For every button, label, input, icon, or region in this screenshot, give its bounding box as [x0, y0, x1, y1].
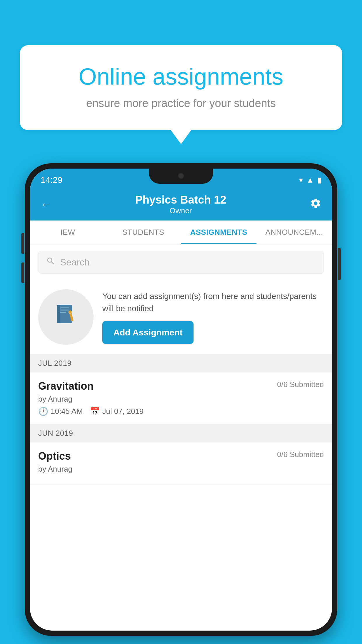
status-time: 14:29	[41, 175, 62, 185]
speech-bubble-subtitle: ensure more practice for your students	[43, 97, 319, 110]
speech-bubble-title: Online assignments	[43, 63, 319, 91]
assignment-time: 🕐 10:45 AM	[38, 407, 83, 416]
search-icon	[46, 256, 55, 268]
wifi-icon: ▾	[299, 176, 303, 185]
add-assignment-button[interactable]: Add Assignment	[102, 321, 194, 344]
speech-bubble: Online assignments ensure more practice …	[20, 45, 342, 130]
promo-icon-circle	[38, 289, 94, 345]
status-icons: ▾ ▲ ▮	[299, 176, 321, 185]
camera-dot	[178, 173, 184, 179]
search-placeholder: Search	[60, 257, 89, 268]
battery-icon: ▮	[317, 176, 321, 185]
svg-point-7	[69, 311, 71, 313]
power-button	[338, 248, 341, 280]
assignment-meta: 🕐 10:45 AM 📅 Jul 07, 2019	[38, 407, 324, 416]
tab-iew[interactable]: IEW	[30, 220, 106, 244]
signal-icon: ▲	[306, 176, 314, 185]
assignment-date: 📅 Jul 07, 2019	[90, 407, 144, 416]
volume-down-button	[21, 262, 24, 283]
assignment-item-optics[interactable]: Optics 0/6 Submitted by Anurag	[30, 442, 332, 484]
screen-content: Search	[30, 244, 332, 631]
assignment-submitted: 0/6 Submitted	[277, 380, 324, 389]
search-bar[interactable]: Search	[38, 251, 324, 274]
header-subtitle: Owner	[135, 206, 226, 215]
assignment-by: by Anurag	[38, 395, 324, 404]
promo-text-area: You can add assignment(s) from here and …	[102, 290, 324, 344]
assignment-name-optics: Optics	[38, 450, 71, 462]
section-header-jun: JUN 2019	[30, 424, 332, 442]
assignment-submitted-optics: 0/6 Submitted	[277, 450, 324, 459]
search-container: Search	[30, 244, 332, 280]
assignment-row1: Gravitation 0/6 Submitted	[38, 380, 324, 392]
svg-rect-2	[60, 307, 69, 308]
header-center: Physics Batch 12 Owner	[135, 194, 226, 215]
back-button[interactable]: ←	[41, 198, 52, 211]
assignment-item-gravitation[interactable]: Gravitation 0/6 Submitted by Anurag 🕐 10…	[30, 372, 332, 424]
tab-announcements[interactable]: ANNOUNCEM...	[256, 220, 332, 244]
phone-notch	[149, 169, 213, 184]
phone-screen: 14:29 ▾ ▲ ▮ ← Physics Batch 12 Owner	[30, 169, 332, 631]
tab-students[interactable]: STUDENTS	[106, 220, 181, 244]
phone-outer: 14:29 ▾ ▲ ▮ ← Physics Batch 12 Owner	[25, 163, 337, 636]
app-header: ← Physics Batch 12 Owner	[30, 188, 332, 220]
section-header-jul: JUL 2019	[30, 354, 332, 372]
assignment-by-optics: by Anurag	[38, 465, 324, 474]
volume-up-button	[21, 233, 24, 254]
svg-rect-4	[60, 312, 66, 313]
clock-icon: 🕐	[38, 407, 48, 416]
phone-mockup: 14:29 ▾ ▲ ▮ ← Physics Batch 12 Owner	[25, 163, 337, 636]
promo-description: You can add assignment(s) from here and …	[102, 290, 324, 315]
promo-box: You can add assignment(s) from here and …	[30, 280, 332, 354]
settings-icon[interactable]	[310, 197, 321, 212]
calendar-icon: 📅	[90, 407, 100, 416]
notebook-icon	[53, 301, 79, 333]
svg-rect-3	[60, 309, 69, 310]
tab-bar: IEW STUDENTS ASSIGNMENTS ANNOUNCEM...	[30, 220, 332, 244]
assignment-name: Gravitation	[38, 380, 94, 392]
svg-rect-1	[57, 305, 60, 323]
tab-assignments[interactable]: ASSIGNMENTS	[181, 220, 256, 244]
speech-bubble-container: Online assignments ensure more practice …	[20, 45, 342, 130]
assignment-row1-optics: Optics 0/6 Submitted	[38, 450, 324, 462]
header-title: Physics Batch 12	[135, 194, 226, 206]
